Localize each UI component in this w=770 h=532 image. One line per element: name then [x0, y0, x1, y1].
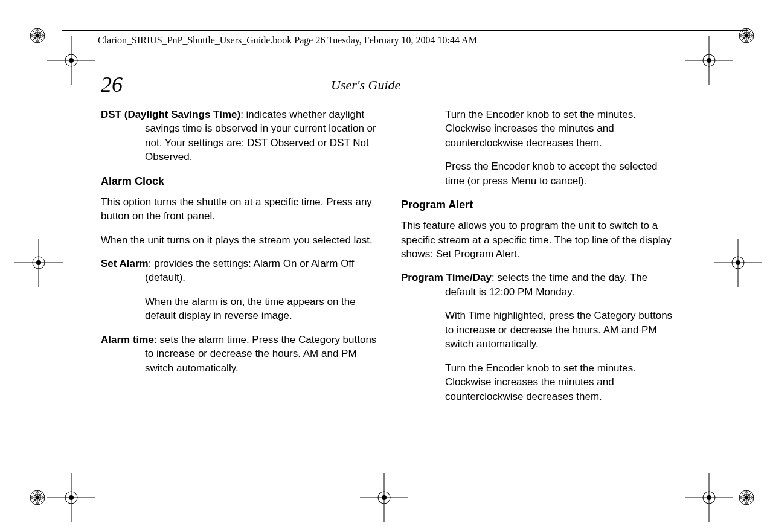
registration-mark-icon	[736, 25, 757, 46]
ptd-term: Program Time/Day	[401, 272, 492, 283]
program-alert-p1: This feature allows you to program the u…	[401, 219, 679, 261]
svg-point-41	[36, 496, 40, 500]
svg-point-75	[69, 495, 74, 500]
program-alert-heading: Program Alert	[401, 197, 679, 213]
alarm-clock-p2: When the unit turns on it plays the stre…	[101, 233, 379, 247]
ptd-sub2: Turn the Encoder knob to set the minutes…	[401, 361, 679, 403]
set-alarm-desc: : provides the settings: Alarm On or Ala…	[145, 258, 355, 283]
text-columns: DST (Daylight Savings Time): indicates w…	[101, 107, 679, 413]
right-column: Turn the Encoder knob to set the minutes…	[401, 107, 679, 413]
crosshair-mark-icon	[47, 473, 95, 522]
top-rule	[62, 30, 748, 31]
page-number: 26	[101, 72, 123, 97]
registration-mark-icon	[27, 487, 48, 508]
registration-mark-icon	[27, 25, 48, 46]
set-alarm-term: Set Alarm	[101, 258, 149, 269]
svg-point-27	[745, 34, 749, 38]
left-column: DST (Daylight Savings Time): indicates w…	[101, 107, 379, 413]
svg-point-13	[36, 34, 40, 38]
crosshair-mark-icon	[360, 473, 408, 522]
content-rule-top	[0, 60, 770, 60]
book-header-line: Clarion_SIRIUS_PnP_Shuttle_Users_Guide.b…	[98, 35, 477, 46]
svg-point-55	[745, 496, 749, 500]
dst-term: DST (Daylight Savings Time)	[101, 109, 240, 120]
alarm-clock-heading: Alarm Clock	[101, 174, 379, 189]
alarm-time-cont-2: Press the Encoder knob to accept the sel…	[401, 159, 679, 188]
crosshair-mark-icon	[714, 239, 762, 287]
alarm-clock-p1: This option turns the shuttle on at a sp…	[101, 195, 379, 223]
crosshair-mark-icon	[685, 36, 733, 85]
alarm-time-cont-1: Turn the Encoder knob to set the minutes…	[401, 107, 679, 150]
crosshair-mark-icon	[47, 36, 95, 85]
svg-point-83	[707, 495, 711, 500]
svg-point-59	[69, 58, 74, 63]
alarm-time-desc: : sets the alarm time. Press the Categor…	[145, 334, 376, 374]
svg-point-67	[36, 260, 41, 265]
alarm-time-entry: Alarm time: sets the alarm time. Press t…	[101, 333, 379, 375]
svg-point-71	[736, 260, 740, 265]
ptd-sub1: With Time highlighted, press the Categor…	[401, 309, 679, 351]
set-alarm-entry: Set Alarm: provides the settings: Alarm …	[101, 257, 379, 285]
svg-point-63	[707, 58, 711, 63]
alarm-time-term: Alarm time	[101, 334, 154, 345]
crosshair-mark-icon	[685, 473, 733, 522]
running-head: User's Guide	[331, 77, 400, 93]
set-alarm-sub: When the alarm is on, the time appears o…	[101, 295, 379, 323]
registration-mark-icon	[736, 487, 757, 508]
dst-entry: DST (Daylight Savings Time): indicates w…	[101, 107, 379, 164]
crosshair-mark-icon	[14, 239, 63, 287]
svg-point-79	[382, 495, 387, 500]
program-time-day-entry: Program Time/Day: selects the time and t…	[401, 271, 679, 299]
